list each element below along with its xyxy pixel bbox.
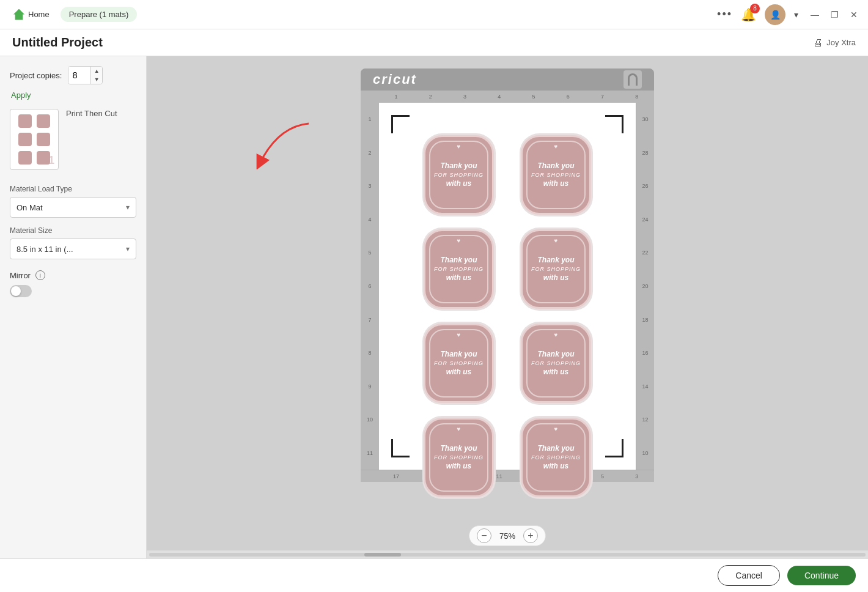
list-item: ♥ Thank you FOR SHOPPING with us xyxy=(416,228,502,311)
close-button[interactable]: ✕ xyxy=(847,8,861,21)
sticker-shape: ♥ Thank you FOR SHOPPING with us xyxy=(521,229,591,309)
notifications-button[interactable]: 🔔 8 xyxy=(741,7,756,22)
heart-icon: ♥ xyxy=(554,237,558,244)
top-bar: Home Prepare (1 mats) ••• 🔔 8 👤 ▾ — ❐ ✕ xyxy=(0,0,868,29)
material-size-value: 8.5 in x 11 in (... xyxy=(17,245,73,254)
sticker-outer: ♥ Thank you FOR SHOPPING with us xyxy=(520,322,593,405)
ruler-rv-10: 12 xyxy=(642,403,648,437)
thumb-sticker xyxy=(35,113,51,129)
ruler-left: 1 2 3 4 5 6 7 8 9 10 11 xyxy=(361,103,379,470)
list-item: ♥ Thank you FOR SHOPPING with us xyxy=(513,322,599,405)
mat-main: 1 2 3 4 5 6 7 8 9 10 11 xyxy=(361,103,654,470)
home-button[interactable]: Home xyxy=(7,6,56,24)
scroll-track xyxy=(149,553,866,557)
ruler-v-11: 11 xyxy=(367,436,373,470)
sticker-outer: ♥ Thank you FOR SHOPPING with us xyxy=(422,322,496,405)
copies-label: Project copies: xyxy=(10,71,62,80)
list-item: ♥ Thank you FOR SHOPPING with us xyxy=(513,416,599,499)
minimize-button[interactable]: — xyxy=(808,8,822,21)
copies-input-wrap: ▲ ▼ xyxy=(68,66,103,84)
cancel-button[interactable]: Cancel xyxy=(718,565,780,586)
copies-decrement[interactable]: ▼ xyxy=(91,75,102,84)
top-bar-icons: ••• 🔔 8 👤 ▾ xyxy=(717,4,798,25)
copies-row: Project copies: ▲ ▼ xyxy=(10,66,136,84)
sticker-text: Thank you FOR SHOPPING with us xyxy=(434,443,484,472)
sticker-outer: ♥ Thank you FOR SHOPPING with us xyxy=(520,133,593,216)
sticker-outer: ♥ Thank you FOR SHOPPING with us xyxy=(422,133,496,216)
zoom-in-button[interactable]: + xyxy=(523,528,538,543)
sticker-shape: ♥ Thank you FOR SHOPPING with us xyxy=(521,418,591,497)
page-title: Untitled Project xyxy=(12,35,103,50)
mirror-label: Mirror xyxy=(10,271,31,280)
list-item: ♥ Thank you FOR SHOPPING with us xyxy=(416,322,502,405)
sticker-shape: ♥ Thank you FOR SHOPPING with us xyxy=(521,324,591,403)
chevron-down-icon[interactable]: ▾ xyxy=(794,10,798,20)
home-label: Home xyxy=(28,10,50,19)
ruler-rv-11: 10 xyxy=(642,436,648,470)
zoom-level: 75% xyxy=(496,531,518,541)
ruler-v-7: 7 xyxy=(368,303,371,336)
ruler-rv-2: 28 xyxy=(642,136,648,170)
horizontal-scrollbar[interactable] xyxy=(147,550,868,558)
footer: Cancel Continue xyxy=(0,558,868,592)
ruler-4: 4 xyxy=(482,94,517,100)
ruler-v-10: 10 xyxy=(367,403,373,437)
thumb-sticker xyxy=(17,113,33,129)
heart-icon: ♥ xyxy=(457,143,461,150)
list-item: ♥ Thank you FOR SHOPPING with us xyxy=(416,133,502,216)
sticker-outer: ♥ Thank you FOR SHOPPING with us xyxy=(520,416,593,499)
window-controls: — ❐ ✕ xyxy=(808,8,861,21)
list-item: ♥ Thank you FOR SHOPPING with us xyxy=(513,228,599,311)
maximize-button[interactable]: ❐ xyxy=(828,8,841,21)
tab-label: Prepare (1 mats) xyxy=(69,10,129,19)
mirror-row: Mirror i xyxy=(10,270,136,280)
info-icon[interactable]: i xyxy=(35,270,45,280)
canvas-scroll[interactable]: cricut 1 2 3 4 5 6 7 8 xyxy=(147,56,868,550)
list-item: ♥ Thank you FOR SHOPPING with us xyxy=(416,416,502,499)
apply-button[interactable]: Apply xyxy=(11,91,31,100)
continue-button[interactable]: Continue xyxy=(787,566,856,585)
home-icon xyxy=(13,9,24,20)
sidebar: Project copies: ▲ ▼ Apply xyxy=(0,56,147,558)
ruler-5: 5 xyxy=(517,94,551,100)
canvas-area: cricut 1 2 3 4 5 6 7 8 xyxy=(147,56,868,558)
heart-icon: ♥ xyxy=(457,426,461,432)
ruler-v-1: 1 xyxy=(368,103,371,136)
avatar[interactable]: 👤 xyxy=(765,4,785,25)
prepare-tab[interactable]: Prepare (1 mats) xyxy=(61,7,138,22)
machine-label: 🖨 Joy Xtra xyxy=(813,37,856,48)
ruler-v-5: 5 xyxy=(368,236,371,270)
sticker-shape: ♥ Thank you FOR SHOPPING with us xyxy=(424,324,494,403)
ruler-rv-4: 24 xyxy=(642,203,648,237)
sticker-shape: ♥ Thank you FOR SHOPPING with us xyxy=(521,135,591,215)
mat-number: 1 xyxy=(48,154,54,167)
copies-spinners: ▲ ▼ xyxy=(90,67,102,84)
mat-thumbnail-section: 1 Print Then Cut xyxy=(10,109,136,176)
ruler-v-3: 3 xyxy=(368,169,371,203)
ruler-rv-9: 14 xyxy=(642,369,648,403)
printer-icon: 🖨 xyxy=(813,37,823,48)
material-load-select[interactable]: On Mat ▾ xyxy=(10,197,136,218)
sticker-text: Thank you FOR SHOPPING with us xyxy=(434,349,484,377)
mat-thumbnail: 1 xyxy=(10,109,59,170)
mirror-toggle[interactable] xyxy=(10,285,32,297)
sticker-outer: ♥ Thank you FOR SHOPPING with us xyxy=(422,416,496,499)
copies-increment[interactable]: ▲ xyxy=(91,67,102,75)
zoom-out-button[interactable]: − xyxy=(477,528,491,543)
heart-icon: ♥ xyxy=(457,237,461,244)
sticker-shape: ♥ Thank you FOR SHOPPING with us xyxy=(424,418,494,497)
chevron-down-icon: ▾ xyxy=(126,245,130,253)
ruler-v-9: 9 xyxy=(368,369,371,403)
more-options-icon[interactable]: ••• xyxy=(717,8,732,21)
machine-name: Joy Xtra xyxy=(826,38,856,47)
ruler-right: 30 28 26 24 22 20 18 16 14 12 10 xyxy=(636,103,654,470)
material-size-section: Material Size 8.5 in x 11 in (... ▾ xyxy=(10,226,136,259)
scroll-thumb[interactable] xyxy=(364,553,401,557)
mirror-section: Mirror i xyxy=(10,268,136,297)
copies-input[interactable] xyxy=(68,67,90,84)
ruler-rv-8: 16 xyxy=(642,336,648,370)
ruler-top: 1 2 3 4 5 6 7 8 xyxy=(361,91,654,103)
toggle-knob xyxy=(11,286,21,296)
sticker-text: Thank you FOR SHOPPING with us xyxy=(434,255,484,283)
material-size-select[interactable]: 8.5 in x 11 in (... ▾ xyxy=(10,239,136,259)
